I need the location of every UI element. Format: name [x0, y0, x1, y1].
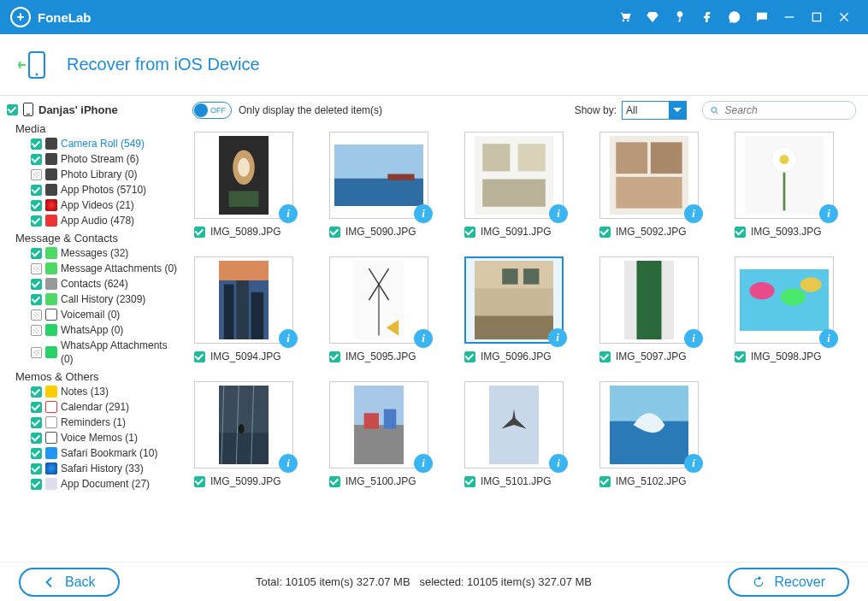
sidebar-item[interactable]: Camera Roll (549) — [7, 136, 182, 151]
thumbnail-frame[interactable]: i — [599, 256, 699, 344]
device-checkbox[interactable] — [7, 104, 18, 115]
sidebar-item[interactable]: App Document (27) — [7, 476, 182, 492]
thumbnail-checkbox[interactable] — [735, 351, 746, 362]
sidebar-item-checkbox[interactable] — [31, 169, 42, 180]
sidebar-item-checkbox[interactable] — [31, 215, 42, 227]
thumbnail-checkbox[interactable] — [464, 351, 475, 362]
thumbnail-checkbox[interactable] — [329, 351, 340, 362]
info-icon[interactable]: i — [549, 204, 568, 223]
sidebar-item-checkbox[interactable] — [31, 294, 42, 305]
sidebar-item[interactable]: Messages (32) — [7, 245, 182, 261]
sidebar-item-checkbox[interactable] — [31, 325, 42, 336]
sidebar-item-checkbox[interactable] — [31, 402, 42, 413]
recover-button[interactable]: Recover — [728, 568, 849, 597]
sidebar-item[interactable]: Photo Library (0) — [7, 167, 182, 182]
sidebar-item-checkbox[interactable] — [31, 279, 42, 290]
thumbnail-checkbox[interactable] — [464, 476, 475, 487]
info-icon[interactable]: i — [279, 204, 298, 223]
thumbnail[interactable]: iIMG_5100.JPG — [329, 381, 440, 487]
cart-icon[interactable] — [617, 9, 634, 26]
thumbnail-checkbox[interactable] — [329, 476, 340, 487]
sidebar-item[interactable]: App Videos (21) — [7, 197, 182, 213]
sidebar-item[interactable]: App Audio (478) — [7, 213, 182, 228]
sidebar-item-checkbox[interactable] — [31, 185, 42, 196]
facebook-icon[interactable] — [699, 9, 716, 26]
thumbnail[interactable]: iIMG_5089.JPG — [194, 132, 305, 238]
sidebar-item[interactable]: App Photos (5710) — [7, 182, 182, 197]
back-button[interactable]: Back — [19, 568, 120, 597]
deleted-only-toggle[interactable]: OFF — [192, 102, 232, 119]
sidebar-item[interactable]: Reminders (1) — [7, 415, 182, 430]
sidebar-item[interactable]: Voicemail (0) — [7, 307, 182, 322]
sidebar-item-checkbox[interactable] — [31, 309, 42, 321]
minimize-icon[interactable] — [781, 9, 798, 26]
thumbnail-frame[interactable]: i — [329, 132, 428, 219]
thumbnail[interactable]: iIMG_5101.JPG — [464, 381, 576, 487]
thumbnail-checkbox[interactable] — [194, 227, 205, 238]
sidebar-item-checkbox[interactable] — [31, 200, 42, 211]
support-icon[interactable] — [726, 9, 743, 26]
sidebar-item-checkbox[interactable] — [31, 347, 42, 358]
sidebar-item-checkbox[interactable] — [31, 386, 42, 398]
thumbnail[interactable]: iIMG_5092.JPG — [599, 132, 711, 238]
thumbnail-frame[interactable]: i — [194, 381, 293, 468]
showby-select[interactable]: All — [622, 101, 687, 120]
sidebar-item[interactable]: Calendar (291) — [7, 399, 182, 415]
sidebar-item[interactable]: WhatsApp (0) — [7, 322, 182, 338]
info-icon[interactable]: i — [414, 454, 433, 473]
thumbnail-frame[interactable]: i — [599, 381, 699, 468]
sidebar-item[interactable]: Contacts (624) — [7, 276, 182, 292]
thumbnail[interactable]: iIMG_5098.JPG — [735, 256, 846, 362]
sidebar-item[interactable]: Notes (13) — [7, 384, 182, 399]
thumbnail[interactable]: iIMG_5096.JPG — [464, 256, 576, 362]
thumbnail[interactable]: iIMG_5097.JPG — [599, 256, 711, 362]
thumbnail[interactable]: iIMG_5099.JPG — [194, 381, 305, 487]
thumbnail-frame[interactable]: i — [599, 132, 699, 219]
sidebar-item[interactable]: WhatsApp Attachments (0) — [7, 338, 182, 367]
thumbnail-frame[interactable]: i — [735, 132, 834, 219]
sidebar-item-checkbox[interactable] — [31, 263, 42, 274]
info-icon[interactable]: i — [414, 329, 433, 348]
thumbnail-checkbox[interactable] — [599, 351, 611, 362]
sidebar-item[interactable]: Message Attachments (0) — [7, 261, 182, 276]
key-icon[interactable] — [671, 9, 688, 26]
info-icon[interactable]: i — [684, 204, 703, 223]
thumbnail-frame[interactable]: i — [329, 381, 428, 468]
sidebar-item-checkbox[interactable] — [31, 433, 42, 444]
feedback-icon[interactable] — [753, 9, 771, 26]
thumbnail-frame[interactable]: i — [464, 132, 564, 219]
sidebar-item[interactable]: Photo Stream (6) — [7, 151, 182, 167]
sidebar-item-checkbox[interactable] — [31, 463, 42, 474]
thumbnail[interactable]: iIMG_5094.JPG — [194, 256, 305, 362]
search-input[interactable] — [725, 104, 848, 116]
sidebar-item-checkbox[interactable] — [31, 138, 42, 150]
thumbnail-checkbox[interactable] — [599, 476, 611, 487]
info-icon[interactable]: i — [819, 329, 838, 348]
info-icon[interactable]: i — [684, 329, 703, 348]
close-icon[interactable] — [836, 9, 853, 26]
thumbnail-checkbox[interactable] — [194, 351, 205, 362]
thumbnail-checkbox[interactable] — [194, 476, 205, 487]
info-icon[interactable]: i — [549, 454, 568, 473]
thumbnail[interactable]: iIMG_5090.JPG — [329, 132, 440, 238]
thumbnail-frame[interactable]: i — [464, 256, 564, 344]
thumbnail-frame[interactable]: i — [735, 256, 834, 344]
thumbnail-frame[interactable]: i — [464, 381, 564, 468]
thumbnail-checkbox[interactable] — [735, 227, 746, 238]
info-icon[interactable]: i — [819, 204, 838, 223]
thumbnail-frame[interactable]: i — [194, 132, 293, 219]
sidebar-item[interactable]: Safari History (33) — [7, 461, 182, 476]
thumbnail-frame[interactable]: i — [194, 256, 293, 344]
info-icon[interactable]: i — [279, 329, 298, 348]
sidebar-item[interactable]: Safari Bookmark (10) — [7, 445, 182, 461]
thumbnail-frame[interactable]: i — [329, 256, 428, 344]
sidebar-item-checkbox[interactable] — [31, 479, 42, 490]
search-box[interactable] — [702, 101, 856, 120]
sidebar-item[interactable]: Voice Memos (1) — [7, 430, 182, 445]
thumbnail[interactable]: iIMG_5102.JPG — [599, 381, 711, 487]
sidebar-item-checkbox[interactable] — [31, 417, 42, 428]
sidebar-item-checkbox[interactable] — [31, 248, 42, 259]
thumbnail[interactable]: iIMG_5091.JPG — [464, 132, 576, 238]
sidebar-item-checkbox[interactable] — [31, 448, 42, 459]
thumbnail[interactable]: iIMG_5095.JPG — [329, 256, 440, 362]
